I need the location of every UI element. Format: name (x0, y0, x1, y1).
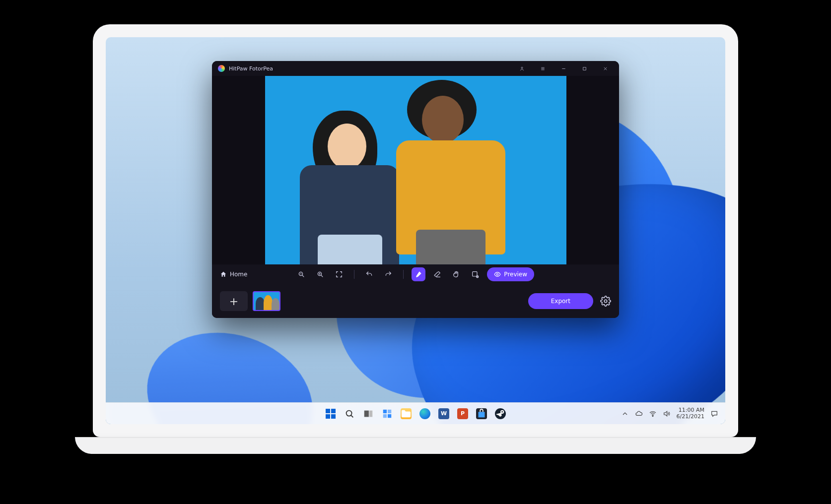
bottom-bar: + Export (212, 284, 619, 318)
chevron-up-icon[interactable] (621, 410, 629, 418)
taskbar-store-button[interactable] (475, 407, 488, 420)
svg-point-6 (497, 273, 499, 275)
taskbar-edge-button[interactable] (418, 407, 431, 420)
laptop-base (75, 437, 756, 454)
svg-point-8 (346, 410, 352, 416)
svg-point-18 (652, 415, 653, 416)
svg-rect-10 (369, 410, 372, 417)
undo-button[interactable] (362, 267, 376, 281)
plus-icon: + (229, 295, 238, 308)
eye-icon (494, 271, 501, 278)
brush-tool-button[interactable] (412, 267, 425, 281)
svg-rect-14 (388, 414, 391, 417)
svg-rect-11 (383, 409, 387, 413)
notifications-icon[interactable] (710, 410, 718, 418)
search-icon (344, 408, 355, 419)
svg-point-17 (501, 411, 503, 412)
widgets-icon (382, 408, 393, 419)
export-label: Export (551, 298, 570, 305)
image-thumbnail[interactable] (253, 291, 280, 311)
redo-button[interactable] (381, 267, 395, 281)
add-image-button[interactable]: + (220, 291, 248, 311)
steam-icon (495, 408, 506, 419)
edge-icon (419, 408, 430, 419)
store-icon (476, 408, 487, 419)
export-button[interactable]: Export (528, 293, 593, 309)
home-button[interactable]: Home (220, 271, 247, 278)
fit-screen-button[interactable] (332, 267, 346, 281)
screen-bezel: HitPaw FotorPea (93, 24, 738, 437)
svg-rect-15 (479, 412, 485, 417)
wifi-icon[interactable] (649, 410, 657, 418)
svg-point-7 (604, 300, 607, 303)
hand-tool-button[interactable] (449, 267, 463, 281)
taskbar-taskview-button[interactable] (362, 407, 375, 420)
taskbar-word-button[interactable]: W (437, 407, 450, 420)
svg-rect-1 (583, 67, 586, 70)
home-icon (220, 271, 227, 278)
svg-rect-13 (383, 414, 387, 417)
app-title: HitPaw FotorPea (229, 65, 273, 72)
taskbar-explorer-button[interactable] (400, 407, 413, 420)
onedrive-icon[interactable] (635, 410, 643, 418)
taskbar-systray[interactable]: 11:00 AM 6/21/2021 (621, 407, 718, 420)
title-bar[interactable]: HitPaw FotorPea (212, 61, 619, 76)
canvas-image[interactable] (265, 76, 566, 264)
taskbar-search-button[interactable] (343, 407, 356, 420)
preview-button[interactable]: Preview (487, 267, 534, 281)
app-logo-icon (218, 65, 225, 72)
taskbar-start-button[interactable] (324, 407, 337, 420)
svg-rect-12 (388, 409, 391, 413)
eraser-tool-button[interactable] (430, 267, 444, 281)
canvas-area[interactable] (212, 76, 619, 264)
toolbar-divider (403, 270, 404, 279)
taskbar-date: 6/21/2021 (677, 414, 704, 420)
zoom-out-button[interactable] (294, 267, 308, 281)
folder-icon (401, 408, 412, 419)
preview-label: Preview (504, 271, 527, 278)
zoom-in-button[interactable] (313, 267, 327, 281)
minimize-button[interactable] (554, 62, 573, 75)
taskbar-powerpoint-button[interactable]: P (456, 407, 469, 420)
taskbar[interactable]: W P (106, 402, 725, 424)
word-icon: W (438, 408, 449, 419)
close-button[interactable] (595, 62, 615, 75)
taskbar-steam-button[interactable] (494, 407, 507, 420)
taskbar-clock[interactable]: 11:00 AM 6/21/2021 (677, 407, 704, 420)
powerpoint-icon: P (457, 408, 468, 419)
toolbar: Home (212, 264, 619, 284)
taskbar-widgets-button[interactable] (381, 407, 394, 420)
volume-icon[interactable] (663, 410, 671, 418)
svg-point-0 (521, 67, 523, 68)
account-icon[interactable] (512, 62, 532, 75)
selection-tool-button[interactable] (468, 267, 482, 281)
toolbar-divider (354, 270, 354, 279)
svg-rect-4 (473, 272, 477, 276)
svg-rect-9 (364, 410, 369, 417)
taskview-icon (363, 408, 374, 419)
home-label: Home (230, 271, 247, 278)
taskbar-time: 11:00 AM (677, 407, 704, 414)
desktop-screen: HitPaw FotorPea (106, 37, 725, 424)
settings-icon[interactable] (600, 296, 611, 307)
app-window: HitPaw FotorPea (212, 61, 619, 318)
windows-logo-icon (326, 409, 336, 419)
maximize-button[interactable] (574, 62, 594, 75)
hamburger-menu-icon[interactable] (533, 62, 553, 75)
laptop-frame: HitPaw FotorPea (93, 24, 738, 454)
